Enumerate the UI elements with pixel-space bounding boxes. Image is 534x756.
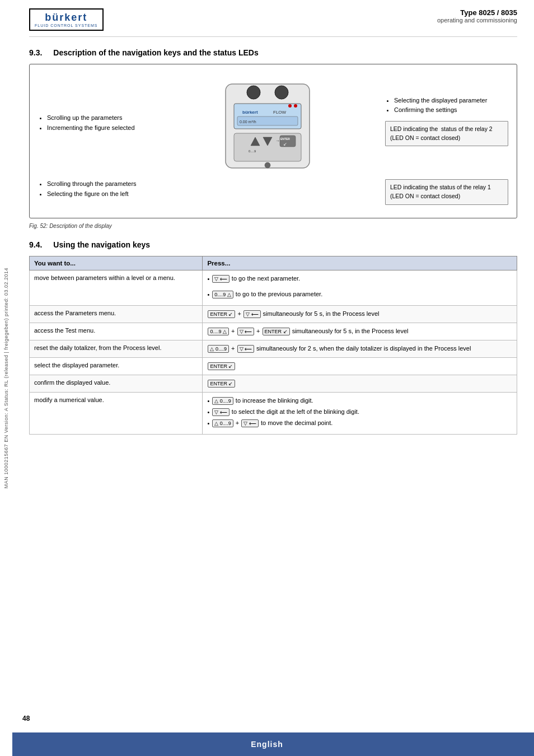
table-row: move between parameters within a level o… <box>30 270 517 305</box>
led-box-2-sub: (LED ON = contact closed) <box>390 193 460 199</box>
col2-header: Press... <box>203 256 517 270</box>
fig-caption: Fig. 52: Description of the display <box>29 223 517 229</box>
bottom-label-2: Selecting the figure on the left <box>47 189 137 199</box>
section-94-number: 9.4. <box>29 240 42 249</box>
up-key4: △ 0....9 <box>212 419 233 427</box>
bottom-right-labels: LED indicating the status of the relay 1… <box>385 179 508 209</box>
led-box-1-text: LED indicating the status of the relay 2 <box>390 125 493 132</box>
section-94-title: Using the navigation keys <box>53 240 150 249</box>
logo-name: bürkert <box>45 12 87 24</box>
down-key4: ▽ ⟵ <box>241 419 259 427</box>
row6-want: confirm the displayed value. <box>30 375 203 392</box>
svg-point-18 <box>265 162 270 168</box>
row6-press: ENTER ↙ <box>203 375 517 392</box>
svg-point-1 <box>247 86 260 99</box>
left-label-2: Incrementing the figure selected <box>47 123 150 133</box>
svg-text:0....9: 0....9 <box>249 150 256 153</box>
logo-box: bürkert FLUID CONTROL SYSTEMS <box>29 8 104 31</box>
sidebar-text: MAN 1000215667 EN Version: A Status: RL … <box>3 268 9 488</box>
diagram-box: Scrolling up the parameters Incrementing… <box>29 64 517 218</box>
row3-want: access the Test menu. <box>30 323 203 340</box>
logo-sub: FLUID CONTROL SYSTEMS <box>35 24 98 27</box>
table-section: You want to... Press... move between par… <box>29 256 517 435</box>
up-key2: △ 0....9 <box>208 345 229 353</box>
row5-press: ENTER ↙ <box>203 357 517 375</box>
section-93-heading: 9.3. Description of the navigation keys … <box>29 48 517 57</box>
svg-point-9 <box>294 104 297 108</box>
down-key2: ▽ ⟵ <box>237 345 255 353</box>
table-row: access the Test menu. 0....9 △ + ▽ ⟵ + E… <box>30 323 517 340</box>
right-labels-top: Selecting the displayed parameter Confir… <box>385 96 508 151</box>
section-93-number: 9.3. <box>29 48 42 57</box>
device-image: bürkert FLOW 0.00 m³/h 0....9 <box>189 73 346 174</box>
row1-want: move between parameters within a level o… <box>30 270 203 305</box>
row3-press: 0....9 △ + ▽ ⟵ + ENTER ↙ simultaneously … <box>203 323 517 340</box>
bottom-left-labels: Scrolling through the parameters Selecti… <box>38 179 137 199</box>
svg-point-2 <box>275 86 288 99</box>
bullet-item: • △ 0....9 to increase the blinking digi… <box>207 396 512 405</box>
row4-want: reset the daily totalizer, from the Proc… <box>30 340 203 357</box>
bottom-label-1: Scrolling through the parameters <box>47 179 137 189</box>
bottom-labels: Scrolling through the parameters Selecti… <box>38 179 508 209</box>
bullet-item: • △ 0....9 + ▽ ⟵ to move the decimal poi… <box>207 419 512 428</box>
enter-key4: ENTER ↙ <box>208 380 235 388</box>
led-box-2-text: LED indicating the status of the relay 1 <box>390 184 491 190</box>
row5-want: select the displayed parameter. <box>30 357 203 375</box>
led-box-2: LED indicating the status of the relay 1… <box>385 179 508 205</box>
table-row: reset the daily totalizer, from the Proc… <box>30 340 517 357</box>
led-box-1-sub: (LED ON = contact closed) <box>390 134 460 141</box>
down-arrow-key2: ▽ ⟵ <box>237 328 255 335</box>
enter-key2: ENTER ↙ <box>263 328 290 335</box>
section-93-title: Description of the navigation keys and t… <box>53 48 258 57</box>
svg-text:ENTER: ENTER <box>280 137 290 141</box>
svg-text:↙: ↙ <box>283 142 287 147</box>
left-labels-list: Scrolling up the parameters Incrementing… <box>38 113 150 133</box>
header-subtitle: operating and commissioning <box>437 17 517 24</box>
table-row: select the displayed parameter. ENTER ↙ <box>30 357 517 375</box>
right-label-1: Selecting the displayed parameter <box>394 96 508 106</box>
row2-want: access the Parameters menu. <box>30 305 203 323</box>
footer-language-text: English <box>251 740 283 749</box>
svg-text:0.00  m³/h: 0.00 m³/h <box>240 120 256 124</box>
bullet-item: • ▽ ⟵ to go the next parameter. <box>207 274 512 283</box>
table-row: confirm the displayed value. ENTER ↙ <box>30 375 517 392</box>
right-labels-list: Selecting the displayed parameter Confir… <box>385 96 508 115</box>
row1-press: • ▽ ⟵ to go the next parameter. • 0....9… <box>203 270 517 305</box>
bottom-left-list: Scrolling through the parameters Selecti… <box>38 179 137 199</box>
header-title: Type 8025 / 8035 <box>437 8 517 17</box>
svg-text:FLOW: FLOW <box>273 110 287 115</box>
col1-header: You want to... <box>30 256 203 270</box>
nav-table: You want to... Press... move between par… <box>29 256 517 435</box>
enter-key3: ENTER ↙ <box>208 362 235 370</box>
down-key-icon: ▽ ⟵ <box>212 275 229 283</box>
svg-text:bürkert: bürkert <box>242 110 258 115</box>
table-row: access the Parameters menu. ENTER ↙ + ▽ … <box>30 305 517 323</box>
row7-press: • △ 0....9 to increase the blinking digi… <box>203 392 517 434</box>
svg-text:→: → <box>275 138 280 143</box>
device-svg: bürkert FLOW 0.00 m³/h 0....9 <box>195 73 340 174</box>
enter-key-icon: ENTER ↙ <box>208 310 235 318</box>
up-key-icon: 0....9 △ <box>212 291 233 298</box>
sidebar: MAN 1000215667 EN Version: A Status: RL … <box>0 0 12 756</box>
up-key3: △ 0....9 <box>212 397 233 405</box>
header-right: Type 8025 / 8035 operating and commissio… <box>437 8 517 24</box>
bullet-item: • 0....9 △ to go to the previous paramet… <box>207 290 512 299</box>
down-key3: ▽ ⟵ <box>212 408 229 416</box>
left-label-1: Scrolling up the parameters <box>47 113 150 123</box>
main-content: bürkert FLUID CONTROL SYSTEMS Type 8025 … <box>12 0 534 468</box>
led-box-1: LED indicating the status of the relay 2… <box>385 121 508 147</box>
row4-press: △ 0....9 + ▽ ⟵ simultaneously for 2 s, w… <box>203 340 517 357</box>
svg-point-8 <box>288 104 292 108</box>
header: bürkert FLUID CONTROL SYSTEMS Type 8025 … <box>29 8 517 37</box>
section-94-heading: 9.4. Using the navigation keys <box>29 240 517 249</box>
table-row: modify a numerical value. • △ 0....9 to … <box>30 392 517 434</box>
right-label-2: Confirming the settings <box>394 105 508 115</box>
row2-press: ENTER ↙ + ▽ ⟵ simultaneously for 5 s, in… <box>203 305 517 323</box>
left-labels-top: Scrolling up the parameters Incrementing… <box>38 113 150 133</box>
diagram-inner: Scrolling up the parameters Incrementing… <box>38 73 508 174</box>
page-number: 48 <box>22 715 30 722</box>
down-arrow-key: ▽ ⟵ <box>243 310 261 318</box>
logo-area: bürkert FLUID CONTROL SYSTEMS <box>29 8 104 31</box>
up09-key: 0....9 △ <box>208 328 229 335</box>
row7-want: modify a numerical value. <box>30 392 203 434</box>
